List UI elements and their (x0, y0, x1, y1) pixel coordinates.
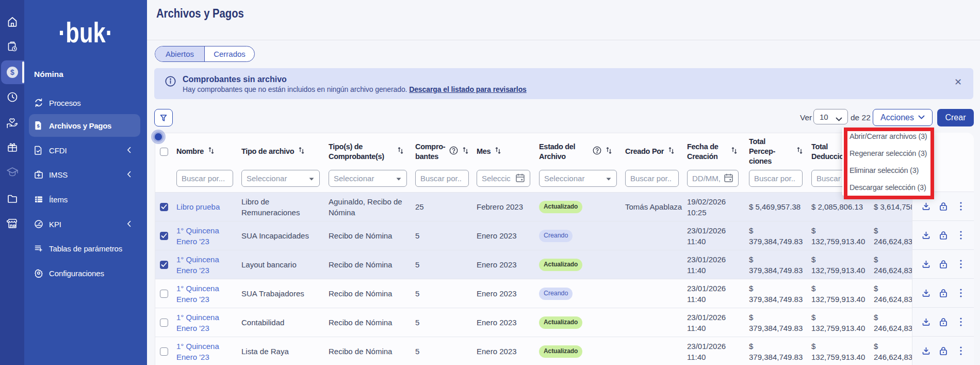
svg-text:$: $ (37, 123, 40, 129)
svg-text:$: $ (10, 68, 14, 76)
